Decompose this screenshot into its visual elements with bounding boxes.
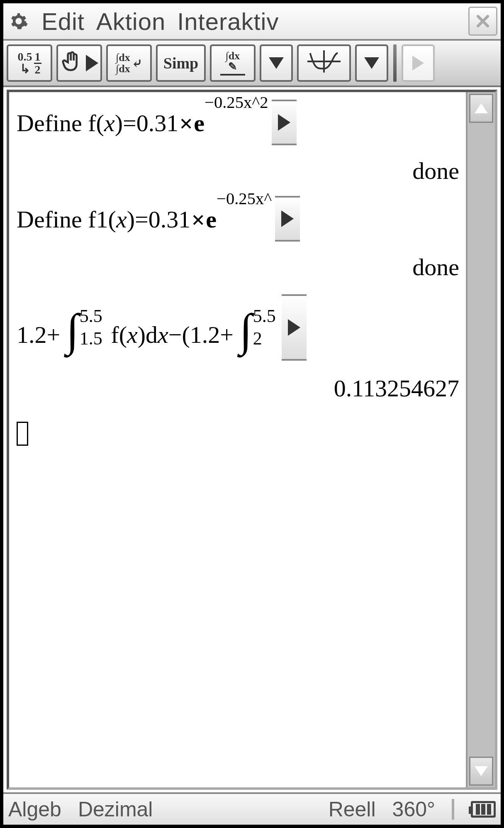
scroll-up-button[interactable] — [469, 94, 493, 123]
r1-value: done — [412, 157, 459, 185]
chevron-right-icon — [278, 114, 290, 131]
l3-c: )d — [138, 321, 158, 348]
l3-bvar: x — [127, 321, 138, 348]
text-cursor — [17, 422, 28, 446]
vertical-scrollbar[interactable] — [466, 92, 495, 787]
status-separator — [452, 799, 454, 820]
hand-icon — [60, 50, 83, 76]
tool-graph[interactable] — [297, 44, 351, 82]
status-bar: Algeb Dezimal Reell 360° — [3, 792, 501, 825]
status-num[interactable]: Dezimal — [78, 797, 153, 821]
l1-exp: −0.25x^2 — [205, 93, 268, 112]
status-real[interactable]: Reell — [329, 797, 376, 821]
multiply-icon: × — [190, 206, 206, 233]
input-line-3[interactable]: 1.2+ ∫ 5.51.5 f(x)dx−(1.2+ ∫ 5.52 — [17, 292, 463, 363]
result-line-3: 0.113254627 — [17, 365, 463, 411]
integral-icon: ∫ — [66, 312, 79, 348]
l2-prefix: Define f1( — [17, 206, 116, 233]
int2-lo: 2 — [253, 329, 276, 349]
result-line-1: done — [17, 148, 463, 193]
int1-hi: 5.5 — [80, 306, 102, 326]
workspace: Define f(x)=0.31×e−0.25x^2 done Define f… — [7, 90, 497, 790]
dx-pencil-label: ∫dx — [226, 51, 240, 61]
close-icon — [475, 13, 491, 29]
close-button[interactable] — [468, 7, 497, 36]
math-page[interactable]: Define f(x)=0.31×e−0.25x^2 done Define f… — [9, 92, 466, 787]
scroll-down-button[interactable] — [469, 757, 493, 786]
l1-mid: )=0.31 — [115, 110, 179, 137]
int1-lo: 1.5 — [80, 329, 102, 349]
tool-run[interactable] — [402, 44, 435, 82]
swap-icon: ⤶ — [132, 56, 142, 71]
battery-icon — [471, 801, 496, 818]
line-2-scroll[interactable] — [275, 196, 300, 242]
simp-label: Simp — [163, 54, 198, 72]
r3-value: 0.113254627 — [334, 374, 459, 402]
graph-icon — [307, 49, 341, 77]
chevron-down-icon — [269, 57, 284, 69]
menu-bar: Edit Aktion Interaktiv — [3, 3, 501, 41]
status-mode[interactable]: Algeb — [8, 797, 61, 821]
dx-top: dx — [116, 52, 130, 63]
menu-interaktiv[interactable]: Interaktiv — [171, 7, 285, 35]
l2-var: x — [116, 206, 127, 233]
scroll-track[interactable] — [467, 125, 495, 757]
l2-e: e — [206, 206, 217, 233]
result-line-2: done — [17, 244, 463, 290]
tool-pointer[interactable] — [56, 44, 102, 82]
l3-d: −(1.2+ — [168, 321, 234, 348]
toolbar-separator — [393, 44, 397, 82]
settings-icon[interactable] — [9, 12, 28, 31]
play-icon — [86, 55, 98, 71]
tool-dropdown-1[interactable] — [260, 44, 293, 82]
tool-decimal-fraction[interactable]: 0.5↳ 12 — [7, 44, 52, 82]
l2-mid: )=0.31 — [127, 206, 191, 233]
frac-den: 2 — [35, 64, 41, 76]
l1-var: x — [104, 110, 115, 137]
chevron-down-icon — [364, 57, 379, 69]
multiply-icon: × — [178, 110, 194, 137]
arrow-icon: ↳ — [20, 63, 30, 75]
frac-num: 1 — [35, 51, 41, 63]
l1-e: e — [194, 110, 205, 137]
chevron-down-icon — [475, 766, 488, 776]
play-icon — [412, 56, 424, 71]
frac-top: 0.5 — [18, 51, 32, 63]
tool-dropdown-2[interactable] — [355, 44, 388, 82]
r2-value: done — [412, 253, 459, 281]
l3-b: f( — [111, 321, 127, 348]
chevron-right-icon — [281, 210, 294, 227]
status-angle[interactable]: 360° — [392, 797, 435, 821]
line-3-scroll[interactable] — [282, 294, 307, 361]
line-1-scroll[interactable] — [272, 100, 297, 145]
chevron-up-icon — [475, 103, 488, 113]
tool-simplify[interactable]: Simp — [156, 44, 206, 82]
l1-prefix: Define f( — [17, 110, 104, 137]
tool-integral-edit[interactable]: ∫dx ✎ — [210, 44, 256, 82]
menu-aktion[interactable]: Aktion — [90, 7, 171, 35]
toolbar: 0.5↳ 12 dx dx ⤶ Simp ∫dx ✎ — [3, 41, 501, 87]
input-line-2[interactable]: Define f1(x)=0.31×e−0.25x^ — [17, 196, 463, 242]
l3-a: 1.2+ — [17, 321, 60, 348]
chevron-right-icon — [288, 319, 300, 336]
dx-bot: dx — [116, 63, 130, 74]
int2-hi: 5.5 — [253, 306, 276, 326]
tool-integral-swap[interactable]: dx dx ⤶ — [106, 44, 152, 82]
l3-cvar: x — [158, 321, 168, 348]
input-line-1[interactable]: Define f(x)=0.31×e−0.25x^2 — [17, 100, 463, 145]
menu-edit[interactable]: Edit — [36, 7, 90, 35]
integral-icon: ∫ — [240, 312, 252, 348]
l2-exp: −0.25x^ — [217, 189, 272, 208]
pencil-icon: ✎ — [228, 61, 237, 72]
